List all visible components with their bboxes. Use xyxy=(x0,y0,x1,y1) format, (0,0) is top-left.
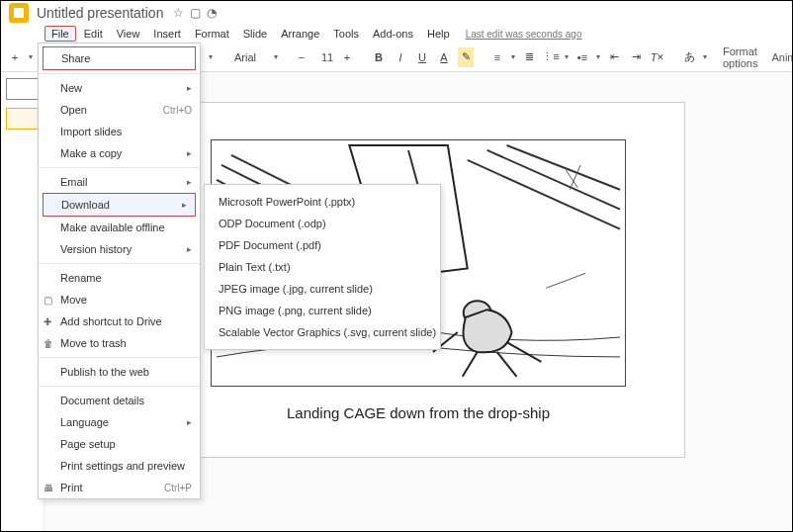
new-slide-dropdown-icon[interactable]: ▾ xyxy=(29,52,33,61)
separator xyxy=(39,386,200,387)
align-dd-icon[interactable]: ▾ xyxy=(511,52,515,61)
chevron-right-icon: ▸ xyxy=(187,177,192,187)
text-color-button[interactable]: A xyxy=(436,47,452,67)
menu-tools[interactable]: Tools xyxy=(327,27,365,41)
download-pptx[interactable]: Microsoft PowerPoint (.pptx) xyxy=(205,191,440,213)
file-trash[interactable]: 🗑Move to trash xyxy=(39,332,200,354)
separator xyxy=(39,167,200,168)
font-size-input[interactable]: 11 xyxy=(315,49,333,65)
slides-logo[interactable] xyxy=(9,3,29,23)
file-email[interactable]: Email▸ xyxy=(39,171,200,193)
menu-insert[interactable]: Insert xyxy=(147,27,187,41)
file-rename[interactable]: Rename xyxy=(39,267,200,289)
file-open[interactable]: OpenCtrl+O xyxy=(39,99,200,121)
menu-edit[interactable]: Edit xyxy=(78,27,109,41)
highlight-button[interactable]: ✎ xyxy=(458,47,474,67)
font-dropdown-icon[interactable]: ▾ xyxy=(274,52,278,61)
chevron-right-icon: ▸ xyxy=(182,200,187,210)
menu-bar: File Edit View Insert Format Slide Arran… xyxy=(1,25,792,43)
animate-button[interactable]: Animate xyxy=(771,51,793,63)
star-icon[interactable]: ☆ xyxy=(173,6,184,20)
input-dd-icon[interactable]: ▾ xyxy=(703,52,707,61)
menu-slide[interactable]: Slide xyxy=(237,27,273,41)
file-new[interactable]: New▸ xyxy=(39,77,200,99)
download-pdf[interactable]: PDF Document (.pdf) xyxy=(205,234,440,256)
title-bar: Untitled presentation ☆ ▢ ◔ xyxy=(1,1,792,25)
new-slide-button[interactable]: + xyxy=(7,47,23,67)
line-spacing-button[interactable]: ≣ xyxy=(521,47,537,67)
input-tools-button[interactable]: あ xyxy=(681,47,697,67)
download-svg[interactable]: Scalable Vector Graphics (.svg, current … xyxy=(205,321,440,343)
slide-caption[interactable]: Landing CAGE down from the drop-ship xyxy=(287,404,550,421)
slide-thumbnail-2[interactable]: 2 xyxy=(6,108,40,130)
numlist-dd-icon[interactable]: ▾ xyxy=(565,52,569,61)
trash-icon: 🗑 xyxy=(44,338,53,349)
file-publish[interactable]: Publish to the web xyxy=(39,361,200,383)
file-offline[interactable]: Make available offline xyxy=(39,217,200,238)
chevron-right-icon: ▸ xyxy=(187,148,192,158)
font-dec-button[interactable]: − xyxy=(294,47,309,67)
file-print-preview[interactable]: Print settings and preview xyxy=(39,455,200,477)
bullist-dd-icon[interactable]: ▾ xyxy=(596,52,600,61)
bold-button[interactable]: B xyxy=(371,47,387,67)
font-select[interactable]: Arial xyxy=(228,49,268,65)
file-move[interactable]: ▢Move xyxy=(39,289,200,310)
menu-addons[interactable]: Add-ons xyxy=(367,27,419,41)
file-menu-dropdown: Share New▸ OpenCtrl+O Import slides Make… xyxy=(38,43,201,499)
folder-icon: ▢ xyxy=(44,295,52,306)
menu-help[interactable]: Help xyxy=(421,27,456,41)
print-icon: 🖶 xyxy=(44,483,53,493)
download-submenu: Microsoft PowerPoint (.pptx) ODP Documen… xyxy=(204,184,441,350)
file-details[interactable]: Document details xyxy=(39,390,200,411)
fill-dropdown-icon[interactable]: ▾ xyxy=(209,52,213,61)
separator xyxy=(39,73,200,74)
last-edit-link[interactable]: Last edit was seconds ago xyxy=(466,29,582,40)
folder-move-icon[interactable]: ▢ xyxy=(190,6,201,20)
slide-thumbnail-1[interactable]: 1 xyxy=(6,78,40,100)
bulleted-list-button[interactable]: •≡ xyxy=(574,47,590,67)
cloud-status-icon[interactable]: ◔ xyxy=(207,6,217,20)
file-shortcut[interactable]: ✚Add shortcut to Drive xyxy=(39,310,200,332)
chevron-right-icon: ▸ xyxy=(187,83,192,93)
separator xyxy=(39,263,200,264)
file-history[interactable]: Version history▸ xyxy=(39,238,200,260)
indent-button[interactable]: ⇥ xyxy=(628,47,644,67)
italic-button[interactable]: I xyxy=(393,47,408,67)
clear-format-button[interactable]: T✕ xyxy=(650,47,665,67)
add-shortcut-icon: ✚ xyxy=(44,316,51,327)
format-options-button[interactable]: Format options xyxy=(723,45,757,69)
file-pagesetup[interactable]: Page setup xyxy=(39,433,200,455)
document-title[interactable]: Untitled presentation xyxy=(37,5,163,21)
outdent-button[interactable]: ⇤ xyxy=(606,47,622,67)
file-import[interactable]: Import slides xyxy=(39,121,200,142)
menu-format[interactable]: Format xyxy=(189,27,235,41)
menu-file[interactable]: File xyxy=(44,26,76,42)
file-share[interactable]: Share xyxy=(43,46,196,70)
download-png[interactable]: PNG image (.png, current slide) xyxy=(205,300,440,321)
font-inc-button[interactable]: + xyxy=(339,47,355,67)
download-txt[interactable]: Plain Text (.txt) xyxy=(205,256,440,278)
separator xyxy=(39,357,200,358)
chevron-right-icon: ▸ xyxy=(187,417,192,427)
download-jpg[interactable]: JPEG image (.jpg, current slide) xyxy=(205,278,440,300)
underline-button[interactable]: U xyxy=(414,47,430,67)
align-button[interactable]: ≡ xyxy=(489,47,505,67)
file-copy[interactable]: Make a copy▸ xyxy=(39,142,200,164)
menu-arrange[interactable]: Arrange xyxy=(275,27,325,41)
chevron-right-icon: ▸ xyxy=(187,244,192,254)
menu-view[interactable]: View xyxy=(111,27,146,41)
file-download[interactable]: Download▸ xyxy=(43,193,196,217)
download-odp[interactable]: ODP Document (.odp) xyxy=(205,213,440,234)
file-language[interactable]: Language▸ xyxy=(39,411,200,433)
file-print[interactable]: 🖶PrintCtrl+P xyxy=(39,477,200,498)
numbered-list-button[interactable]: ⋮≡ xyxy=(543,47,559,67)
